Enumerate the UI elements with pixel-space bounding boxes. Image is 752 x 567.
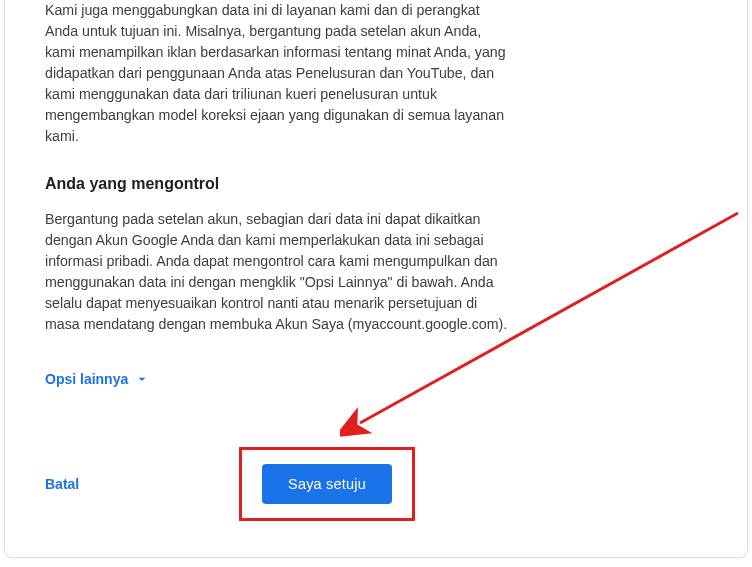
consent-card: Kami juga menggabungkan data ini di laya… <box>4 0 748 558</box>
action-row: Batal Saya setuju <box>45 447 415 521</box>
consent-content: Kami juga menggabungkan data ini di laya… <box>5 0 559 521</box>
paragraph-combine-data: Kami juga menggabungkan data ini di laya… <box>45 0 515 147</box>
agree-button[interactable]: Saya setuju <box>262 464 392 504</box>
chevron-down-icon <box>134 371 150 387</box>
more-options-toggle[interactable]: Opsi lainnya <box>45 371 515 387</box>
more-options-label: Opsi lainnya <box>45 371 128 387</box>
cancel-button[interactable]: Batal <box>45 476 79 492</box>
paragraph-you-control: Bergantung pada setelan akun, sebagian d… <box>45 209 515 335</box>
heading-you-control: Anda yang mengontrol <box>45 175 515 193</box>
agree-highlight-box: Saya setuju <box>239 447 415 521</box>
